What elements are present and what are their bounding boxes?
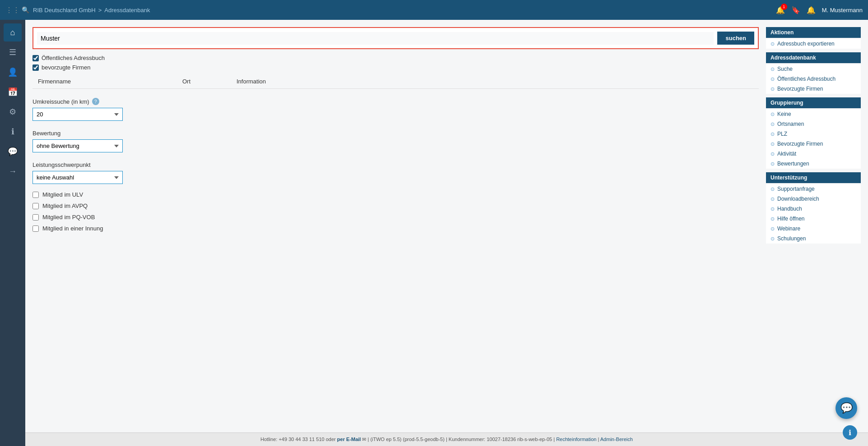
adressdatenbank-header: Adressdatenbank: [766, 52, 861, 63]
rs-webinare[interactable]: ⊙ Webinare: [766, 224, 861, 234]
left-panel: Muster suchen Öffentliches Adressbuch be…: [32, 27, 759, 425]
footer-admin: Admin-Bereich: [600, 437, 633, 442]
rs-downloadbereich[interactable]: ⊙ Downloadbereich: [766, 194, 861, 204]
export-icon: ⊙: [771, 41, 775, 47]
innung-label: Mitglied in einer Innung: [42, 225, 103, 232]
chat-button[interactable]: 💬: [836, 397, 857, 419]
rs-schulungen[interactable]: ⊙ Schulungen: [766, 234, 861, 244]
handbuch-icon: ⊙: [771, 206, 775, 212]
sidebar-item-user[interactable]: 👤: [4, 63, 22, 81]
rs-aktivitaet[interactable]: ⊙ Aktivität: [766, 149, 861, 159]
rs-bevorzugte-firmen[interactable]: ⊙ Bevorzugte Firmen: [766, 84, 861, 94]
checkbox-avpq[interactable]: [32, 203, 39, 209]
gruppierung-header: Gruppierung: [766, 97, 861, 108]
col-information: Information: [231, 74, 759, 89]
bevorzugte-icon: ⊙: [771, 86, 775, 92]
search-input[interactable]: Muster: [37, 32, 714, 45]
radius-filter: Umkreissuche (in km) ? 20 10 50 100: [32, 98, 759, 121]
info-button[interactable]: ℹ: [843, 425, 857, 440]
results-table: Firmenname Ort Information: [32, 74, 759, 89]
checkbox-preferred-row: bevorzugte Firmen: [32, 64, 759, 71]
footer-admin-link[interactable]: Admin-Bereich: [600, 437, 633, 442]
sidebar-item-calendar[interactable]: 📅: [4, 83, 22, 101]
bewertung-select[interactable]: ohne Bewertung 1 Stern 2 Sterne 3 Sterne: [32, 139, 123, 152]
sidebar-item-home[interactable]: ⌂: [4, 23, 22, 41]
keine-icon: ⊙: [771, 111, 775, 117]
col-firmenname: Firmenname: [32, 74, 177, 89]
sidebar-item-info[interactable]: ℹ: [4, 123, 22, 141]
col-ort: Ort: [177, 74, 231, 89]
search-button[interactable]: suchen: [717, 32, 754, 45]
innung-row: Mitglied in einer Innung: [32, 225, 759, 232]
sidebar-item-settings[interactable]: ⚙: [4, 103, 22, 121]
plz-icon: ⊙: [771, 131, 775, 137]
bookmark-icon[interactable]: 🔖: [791, 6, 800, 14]
breadcrumb: RIB Deutschland GmbH > Adressdatenbank: [33, 7, 776, 14]
aktivitaet-icon: ⊙: [771, 151, 775, 157]
footer-mid: | (iTWO ep 5.5) (prod-5.5-geodb-5) | Kun…: [368, 437, 555, 442]
bewertung-label: Bewertung: [32, 130, 759, 137]
checkbox-pqvob[interactable]: [32, 214, 39, 221]
sidebar-item-menu[interactable]: ☰: [4, 43, 22, 61]
rs-handbuch[interactable]: ⊙ Handbuch: [766, 204, 861, 214]
adressdatenbank-section: Adressdatenbank ⊙ Suche ⊙ Öffentliches A…: [766, 52, 861, 94]
radius-label: Umkreissuche (in km) ?: [32, 98, 759, 105]
rs-plz[interactable]: ⊙ PLZ: [766, 129, 861, 139]
breadcrumb-page[interactable]: Adressdatenbank: [104, 7, 150, 14]
checkbox-preferred[interactable]: [32, 64, 39, 71]
bewertungen-icon: ⊙: [771, 161, 775, 167]
gruppierung-section: Gruppierung ⊙ Keine ⊙ Ortsnamen ⊙ PLZ ⊙: [766, 97, 861, 169]
footer-email-link[interactable]: per E-Mail: [337, 437, 362, 442]
right-sidebar: Aktionen ⊙ Adressbuch exportieren Adress…: [766, 27, 861, 425]
unterstuetzung-header: Unterstützung: [766, 172, 861, 183]
footer-separator: |: [598, 437, 599, 442]
main-content: Muster suchen Öffentliches Adressbuch be…: [25, 20, 868, 446]
content-area: Muster suchen Öffentliches Adressbuch be…: [25, 20, 868, 432]
leistung-select[interactable]: keine Auswahl: [32, 171, 123, 184]
sidebar: ⌂ ☰ 👤 📅 ⚙ ℹ 💬 →: [0, 20, 25, 446]
hilfe-icon: ⊙: [771, 216, 775, 222]
membership-filters: Mitglied im ULV Mitglied im AVPQ Mitglie…: [32, 191, 759, 232]
schulungen-icon: ⊙: [771, 236, 775, 242]
rs-oeffentliches-adressbuch[interactable]: ⊙ Öffentliches Adressbuch: [766, 74, 861, 84]
support-icon: ⊙: [771, 186, 775, 192]
footer-rechteinformation: Rechteinformation: [556, 437, 596, 442]
checkbox-public[interactable]: [32, 55, 39, 61]
topnav: ⋮⋮ 🔍 RIB Deutschland GmbH > Adressdatenb…: [0, 0, 868, 20]
notification-icon[interactable]: 🔔 1: [776, 6, 785, 14]
app-body: ⌂ ☰ 👤 📅 ⚙ ℹ 💬 → Muster suchen Öffent: [0, 20, 868, 446]
search-box: Muster suchen: [32, 27, 759, 49]
avpq-label: Mitglied im AVPQ: [42, 202, 88, 209]
rs-ortsnamen[interactable]: ⊙ Ortsnamen: [766, 119, 861, 129]
rs-hilfe-oeffnen[interactable]: ⊙ Hilfe öffnen: [766, 214, 861, 224]
leistung-filter: Leistungsschwerpunkt keine Auswahl: [32, 161, 759, 184]
rs-bewertungen[interactable]: ⊙ Bewertungen: [766, 159, 861, 169]
bev-firmen-gr-icon: ⊙: [771, 141, 775, 147]
checkbox-innung[interactable]: [32, 225, 39, 232]
webinare-icon: ⊙: [771, 226, 775, 232]
sidebar-item-messages[interactable]: 💬: [4, 143, 22, 161]
user-menu[interactable]: M. Mustermann: [822, 7, 863, 14]
rs-bevorzugte-firmen-gr[interactable]: ⊙ Bevorzugte Firmen: [766, 139, 861, 149]
rs-adressbuch-exportieren[interactable]: ⊙ Adressbuch exportieren: [766, 39, 861, 49]
radius-select[interactable]: 20 10 50 100: [32, 108, 123, 121]
aktionen-header: Aktionen: [766, 27, 861, 38]
rs-suche[interactable]: ⊙ Suche: [766, 64, 861, 74]
bell-icon[interactable]: 🔔: [807, 6, 816, 14]
aktionen-section: Aktionen ⊙ Adressbuch exportieren: [766, 27, 861, 49]
leistung-label: Leistungsschwerpunkt: [32, 161, 759, 168]
bewertung-filter: Bewertung ohne Bewertung 1 Stern 2 Stern…: [32, 130, 759, 152]
checkbox-public-row: Öffentliches Adressbuch: [32, 55, 759, 61]
radius-help-icon[interactable]: ?: [92, 98, 99, 105]
rs-supportanfrage[interactable]: ⊙ Supportanfrage: [766, 184, 861, 194]
ortsnamen-icon: ⊙: [771, 121, 775, 127]
company-name[interactable]: RIB Deutschland GmbH: [33, 7, 96, 14]
footer-rechteinformation-link[interactable]: Rechteinformation: [556, 437, 598, 442]
ulv-label: Mitglied im ULV: [42, 191, 83, 198]
sidebar-item-exit[interactable]: →: [4, 162, 22, 180]
download-icon: ⊙: [771, 196, 775, 202]
checkbox-ulv[interactable]: [32, 192, 39, 198]
rs-keine[interactable]: ⊙ Keine: [766, 109, 861, 119]
ulv-row: Mitglied im ULV: [32, 191, 759, 198]
footer: Hotline: +49 30 44 33 11 510 oder per E-…: [25, 432, 868, 446]
